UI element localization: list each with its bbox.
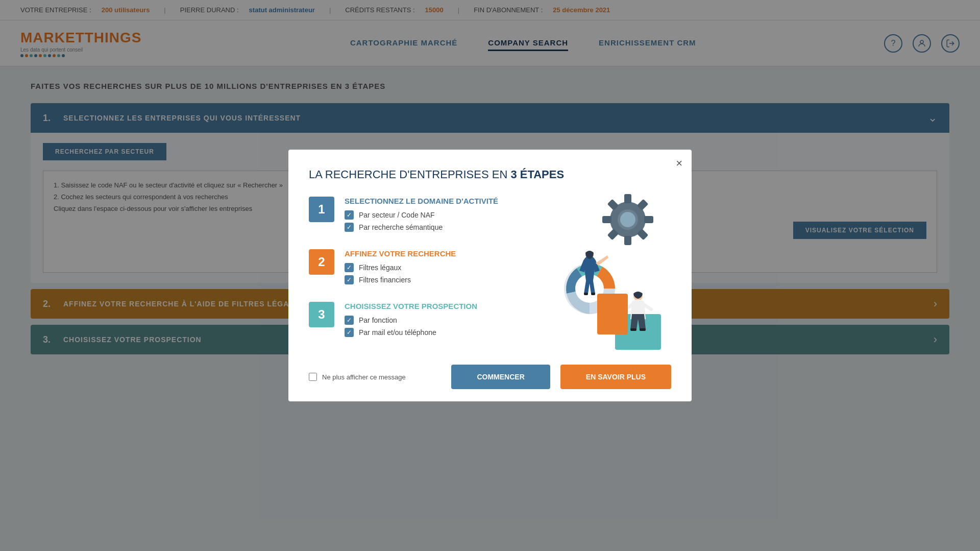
svg-rect-16 [591, 293, 595, 295]
check-icon-2: ✓ [345, 223, 354, 232]
svg-rect-15 [584, 293, 588, 295]
svg-point-11 [620, 212, 635, 227]
modal-step-2-badge: 2 [309, 249, 334, 275]
modal-overlay[interactable]: × LA RECHERCHE D'ENTREPRISES EN 3 ÉTAPES… [0, 0, 980, 551]
modal-primary-button[interactable]: COMMENCER [451, 365, 550, 389]
check-icon-5: ✓ [345, 316, 354, 325]
svg-rect-21 [597, 294, 628, 334]
modal-step-2-title: AFFINEZ VOTRE RECHERCHE [345, 249, 538, 258]
modal-step-1-check-2: ✓ Par recherche sémantique [345, 223, 538, 232]
check-icon-4: ✓ [345, 275, 354, 284]
modal-step-1-badge: 1 [309, 197, 334, 222]
dont-show-label: Ne plus afficher ce message [322, 373, 406, 381]
modal-title: LA RECHERCHE D'ENTREPRISES EN 3 ÉTAPES [309, 168, 671, 181]
modal-step-2-check-2: ✓ Filtres financiers [345, 275, 538, 284]
dont-show-container: Ne plus afficher ce message [309, 373, 406, 381]
modal-body: LA RECHERCHE D'ENTREPRISES EN 3 ÉTAPES 1… [288, 150, 692, 354]
svg-rect-7 [624, 236, 631, 245]
check-icon-3: ✓ [345, 263, 354, 272]
svg-rect-9 [602, 216, 611, 223]
modal-step-1-check-1: ✓ Par secteur / Code NAF [345, 210, 538, 220]
modal-step-3-detail: CHOISISSEZ VOTRE PROSPECTION ✓ Par fonct… [345, 302, 538, 340]
modal-step-1: 1 SELECTIONNEZ LE DOMAINE D'ACTIVITÉ ✓ P… [309, 197, 538, 235]
modal-step-3-badge: 3 [309, 302, 334, 327]
modal-step-1-detail: SELECTIONNEZ LE DOMAINE D'ACTIVITÉ ✓ Par… [345, 197, 538, 235]
modal-step-2: 2 AFFINEZ VOTRE RECHERCHE ✓ Filtres léga… [309, 249, 538, 288]
svg-rect-19 [630, 328, 636, 331]
check-icon-6: ✓ [345, 328, 354, 337]
modal-secondary-button[interactable]: EN SAVOIR PLUS [560, 365, 671, 389]
modal-step-3-title: CHOISISSEZ VOTRE PROSPECTION [345, 302, 538, 310]
svg-rect-20 [640, 328, 646, 331]
modal-step-1-title: SELECTIONNEZ LE DOMAINE D'ACTIVITÉ [345, 197, 538, 205]
modal-step-2-detail: AFFINEZ VOTRE RECHERCHE ✓ Filtres légaux… [345, 249, 538, 288]
modal: × LA RECHERCHE D'ENTREPRISES EN 3 ÉTAPES… [288, 150, 692, 401]
modal-step-3-check-2: ✓ Par mail et/ou téléphone [345, 328, 538, 337]
modal-step-3: 3 CHOISISSEZ VOTRE PROSPECTION ✓ Par fon… [309, 302, 538, 340]
modal-close-button[interactable]: × [676, 157, 682, 170]
modal-illustration [544, 186, 671, 350]
svg-rect-3 [624, 194, 631, 203]
svg-rect-5 [644, 216, 653, 223]
modal-footer: Ne plus afficher ce message COMMENCER EN… [288, 354, 692, 401]
dont-show-checkbox[interactable] [309, 373, 317, 381]
check-icon-1: ✓ [345, 210, 354, 220]
modal-step-3-check-1: ✓ Par fonction [345, 316, 538, 325]
modal-step-2-check-1: ✓ Filtres légaux [345, 263, 538, 272]
